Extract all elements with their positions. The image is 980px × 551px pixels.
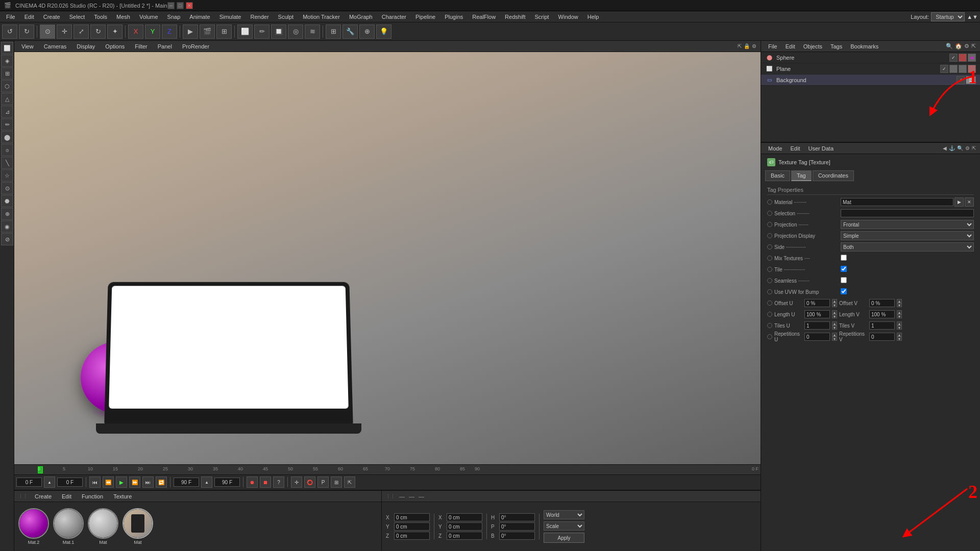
length-u-up[interactable]: ▲ [832,310,837,314]
p-input[interactable] [499,522,535,531]
viewport-prorender-menu[interactable]: ProRender [179,42,212,51]
menu-mograph[interactable]: MoGraph [345,13,377,21]
go-end-btn[interactable]: ⏭ [142,477,154,488]
paint-tool[interactable]: ✏ [254,24,270,39]
left-tool-5[interactable]: △ [1,93,13,105]
tiles-u-up[interactable]: ▲ [832,321,837,325]
prev-frame-btn[interactable]: ⏪ [103,477,114,488]
projection-select[interactable]: Frontal Cubic Spherical [841,220,974,229]
snap-tool[interactable]: 🔧 [342,24,358,39]
plane-tag-4[interactable] [968,65,976,73]
menu-motion-tracker[interactable]: Motion Tracker [299,13,344,21]
material-thumb-2[interactable] [53,508,84,539]
menu-snap[interactable]: Snap [163,13,185,21]
plane-tag-3[interactable] [959,65,967,73]
rotate-tool[interactable]: ↻ [90,24,106,39]
timeline-expand-btn[interactable]: ⇱ [344,477,355,488]
x-rot-input[interactable] [447,513,482,521]
offset-v-up[interactable]: ▲ [897,299,902,303]
material-item-2[interactable]: Mat.1 [53,508,84,545]
undo-button[interactable]: ↺ [2,24,17,39]
sweep-tool[interactable]: ◎ [288,24,303,39]
prop-userdata-menu[interactable]: User Data [805,144,837,153]
viewport-panel-menu[interactable]: Panel [155,42,175,51]
menu-character[interactable]: Character [378,13,410,21]
prop-settings-icon[interactable]: ⚙ [965,145,970,151]
close-button[interactable]: ✕ [186,2,193,9]
proj-display-select[interactable]: Simple Full [841,231,974,240]
layout-dropdown[interactable]: Startup [931,12,965,21]
menu-volume[interactable]: Volume [135,13,162,21]
object-row-sphere[interactable]: ⬤ Sphere ✓ ◈ [761,52,980,63]
y-axis-btn[interactable]: Y [145,24,160,39]
menu-pipeline[interactable]: Pipeline [411,13,439,21]
tiles-v-input[interactable] [869,321,895,330]
offset-u-down[interactable]: ▼ [832,303,837,307]
tab-tag[interactable]: Tag [791,170,812,181]
tiles-u-input[interactable] [804,321,830,330]
loop-btn[interactable]: 🔁 [156,477,167,488]
left-tool-1[interactable]: ⬜ [1,42,13,54]
menu-render[interactable]: Render [246,13,273,21]
viewport-display-menu[interactable]: Display [74,42,98,51]
seamless-checkbox[interactable] [841,277,847,283]
left-tool-3[interactable]: ⊞ [1,67,13,80]
length-v-down[interactable]: ▼ [897,314,902,318]
timeline-ruler[interactable]: 0 5 10 15 20 25 30 35 40 45 50 55 60 65 … [14,465,761,475]
left-tool-16[interactable]: ⊘ [1,233,13,245]
viewport-options-menu[interactable]: Options [102,42,128,51]
om-settings-icon[interactable]: ⚙ [964,43,969,49]
left-tool-4[interactable]: ⬡ [1,80,13,92]
offset-v-down[interactable]: ▼ [897,303,902,307]
menu-redshift[interactable]: Redshift [501,13,529,21]
left-tool-15[interactable]: ◉ [1,220,13,233]
stop-btn[interactable]: ⏹ [260,477,271,488]
menu-edit[interactable]: Edit [20,13,38,21]
redo-button[interactable]: ↻ [19,24,34,39]
prop-search-icon[interactable]: 🔍 [957,145,963,151]
left-tool-6[interactable]: ⊿ [1,106,13,118]
render-queue-btn[interactable]: ⊞ [216,24,232,39]
tab-basic[interactable]: Basic [765,170,790,181]
om-objects-menu[interactable]: Objects [800,42,825,51]
mat-create-menu[interactable]: Create [32,492,55,500]
background-tag-1[interactable]: ✓ [957,76,965,84]
menu-animate[interactable]: Animate [185,13,214,21]
sphere-tag-3[interactable]: ◈ [968,54,976,62]
length-v-input[interactable] [869,310,895,318]
om-edit-menu[interactable]: Edit [782,42,798,51]
prop-mode-menu[interactable]: Mode [765,144,786,153]
object-row-plane[interactable]: ⬜ Plane ✓ [761,63,980,74]
material-item-4[interactable]: Mat [122,508,153,545]
light-tool[interactable]: 💡 [376,24,391,39]
viewport-expand-icon[interactable]: ⇱ [738,43,742,49]
menu-script[interactable]: Script [530,13,553,21]
left-tool-10[interactable]: ╲ [1,157,13,169]
prop-edit-menu[interactable]: Edit [788,144,803,153]
x-pos-input[interactable] [394,513,430,521]
menu-file[interactable]: File [2,13,19,21]
rep-v-up[interactable]: ▲ [897,333,902,337]
help-btn[interactable]: ? [273,477,284,488]
viewport-cameras-menu[interactable]: Cameras [41,42,70,51]
current-frame-input[interactable] [16,478,42,487]
select-tool[interactable]: ⊙ [40,24,55,39]
material-thumb-1[interactable] [18,508,49,539]
prop-back-icon[interactable]: ◀ [943,145,947,151]
minimize-button[interactable]: ─ [167,2,175,9]
grid-tool[interactable]: ⊞ [326,24,341,39]
tiles-v-up[interactable]: ▲ [897,321,902,325]
material-item-3[interactable]: Mat [88,508,118,545]
tiles-v-down[interactable]: ▼ [897,325,902,330]
menu-realflow[interactable]: RealFlow [468,13,500,21]
pose-btn[interactable]: P [317,477,329,488]
cube-tool[interactable]: ⬜ [237,24,253,39]
om-expand-icon[interactable]: ⇱ [971,43,976,49]
deform-tool[interactable]: ≋ [305,24,320,39]
apply-button[interactable]: Apply [544,533,584,543]
z-axis-btn[interactable]: Z [162,24,177,39]
background-tag-2[interactable]: 🖼 [966,76,976,84]
om-file-menu[interactable]: File [765,42,780,51]
menu-plugins[interactable]: Plugins [440,13,467,21]
left-tool-9[interactable]: ⌾ [1,144,13,156]
